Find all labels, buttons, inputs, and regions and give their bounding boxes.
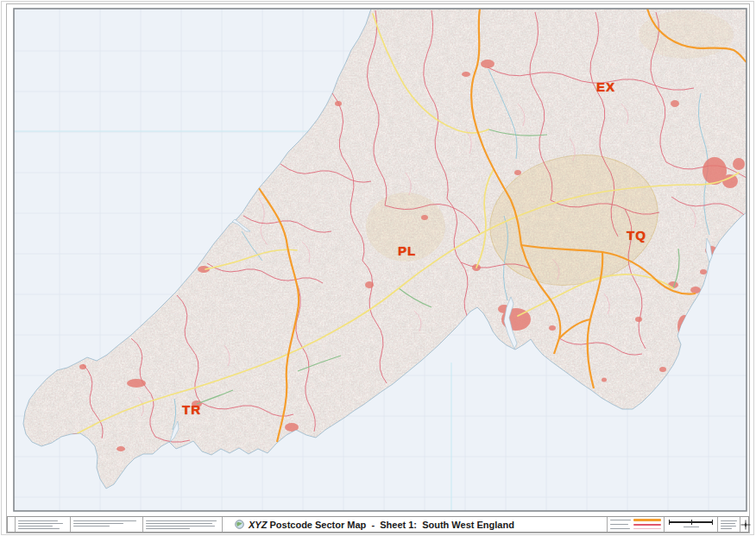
title-section: XYZ Postcode Sector Map - Sheet 1: South… — [222, 517, 607, 532]
compass-section — [740, 517, 751, 532]
legend — [607, 517, 664, 532]
info-bar: XYZ Postcode Sector Map - Sheet 1: South… — [7, 516, 749, 533]
map-canvas — [0, 0, 756, 536]
fine-print-block-1 — [15, 517, 70, 532]
scale-caption — [684, 527, 699, 527]
sector-boundary-swatch — [633, 528, 661, 529]
globe-icon — [235, 520, 244, 529]
fine-print-block-3 — [142, 517, 222, 532]
fine-print-block-2 — [70, 517, 142, 532]
north-plus-icon — [740, 520, 751, 530]
scale-bar — [669, 521, 713, 523]
scale-bar-section — [664, 517, 717, 532]
area-label-TR: TR — [182, 403, 201, 416]
area-boundary-swatch — [633, 519, 661, 521]
area-label-EX: EX — [596, 80, 615, 93]
sheet-title: XYZ Postcode Sector Map - Sheet 1: South… — [249, 520, 514, 530]
district-boundary-swatch — [633, 524, 661, 526]
legend-item-sector-boundary — [610, 527, 661, 531]
area-label-PL: PL — [398, 244, 416, 257]
map-sheet: EX PL TQ TR XYZ Postcode Sector Map - Sh… — [0, 0, 756, 536]
copyright-block — [717, 517, 740, 532]
area-label-TQ: TQ — [627, 229, 646, 242]
